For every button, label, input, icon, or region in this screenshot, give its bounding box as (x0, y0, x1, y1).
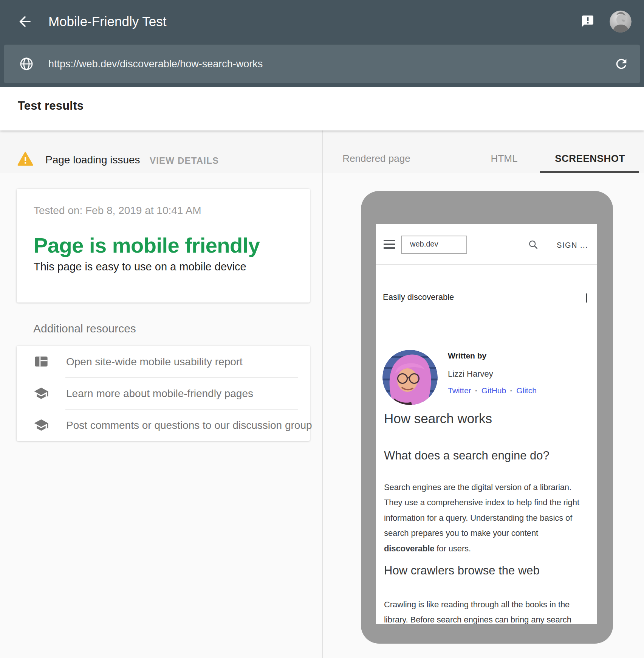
tab-html[interactable]: HTML (491, 153, 518, 164)
tested-on-timestamp: Tested on: Feb 8, 2019 at 10:41 AM (34, 205, 201, 217)
result-card: Tested on: Feb 8, 2019 at 10:41 AM Page … (17, 189, 310, 303)
section-paragraph-2: Crawling is like reading through all the… (384, 597, 588, 624)
section-paragraph-1: Search engines are the digital version o… (384, 480, 588, 556)
resource-label: Post comments or questions to our discus… (66, 419, 312, 431)
results-header: Test results (0, 87, 644, 130)
article-title: How search works (384, 411, 492, 426)
glitch-link: Glitch (516, 386, 537, 395)
view-details-link[interactable]: VIEW DETAILS (150, 155, 219, 166)
usability-report-icon (34, 354, 49, 369)
resource-usability-report[interactable]: Open site-wide mobile usability report (17, 346, 310, 377)
sign-in-label: SIGN ... (557, 241, 588, 250)
author-avatar (382, 350, 438, 405)
active-tab-underline (540, 171, 639, 173)
app-bar: Mobile-Friendly Test (0, 0, 644, 87)
account-avatar[interactable] (610, 11, 632, 33)
verdict-text: Page is mobile friendly (34, 232, 260, 259)
phone-mockup: web.dev SIGN ... Easily discoverable (361, 191, 613, 644)
mobile-friendly-test-app: Mobile-Friendly Test (0, 0, 644, 658)
screenshot-preview: web.dev SIGN ... Easily discoverable (376, 224, 597, 624)
url-bar[interactable]: https://web.dev/discoverable/how-search-… (4, 45, 640, 83)
refresh-icon (614, 56, 629, 71)
twitter-link: Twitter (448, 386, 471, 395)
resources-card: Open site-wide mobile usability report L… (17, 346, 310, 441)
panel-divider (322, 130, 323, 658)
tab-rendered-page[interactable]: Rendered page (342, 153, 410, 164)
warning-icon (17, 151, 34, 167)
back-button[interactable] (17, 13, 33, 30)
user-photo-icon (610, 11, 632, 33)
resource-label: Learn more about mobile-friendly pages (66, 388, 253, 400)
author-links: Twitter·GitHub·Glitch (448, 386, 537, 395)
resource-learn-more[interactable]: Learn more about mobile-friendly pages (17, 377, 310, 409)
breadcrumb: Easily discoverable (383, 292, 454, 302)
verdict-description: This page is easy to use on a mobile dev… (34, 261, 246, 273)
globe-icon (19, 56, 34, 71)
tab-screenshot[interactable]: SCREENSHOT (555, 153, 625, 164)
additional-resources-heading: Additional resources (33, 322, 136, 335)
bold-keyword: discoverable (384, 544, 434, 553)
app-title: Mobile-Friendly Test (48, 13, 167, 30)
feedback-button[interactable] (581, 14, 594, 28)
back-arrow-icon (17, 13, 33, 30)
author-name: Lizzi Harvey (448, 369, 493, 379)
hamburger-menu-icon (384, 240, 395, 250)
written-by-label: Written by (448, 351, 486, 360)
github-link: GitHub (481, 386, 506, 395)
section-heading-2: How crawlers browse the web (384, 564, 540, 577)
webdev-site-header: web.dev SIGN ... (376, 224, 597, 265)
site-search-value: web.dev (410, 240, 438, 248)
page-title: Test results (18, 99, 84, 113)
refresh-button[interactable] (614, 56, 629, 71)
url-input[interactable]: https://web.dev/discoverable/how-search-… (48, 58, 263, 70)
school-icon (34, 386, 49, 401)
school-icon (34, 417, 49, 433)
section-heading-1: What does a search engine do? (384, 449, 550, 462)
status-and-tabs-band: Page loading issues VIEW DETAILS Rendere… (0, 130, 644, 173)
resource-label: Open site-wide mobile usability report (66, 356, 243, 368)
feedback-icon (581, 14, 594, 28)
toc-bar-icon (586, 293, 587, 303)
site-search-box: web.dev (401, 236, 467, 254)
resource-discussion-group[interactable]: Post comments or questions to our discus… (17, 409, 310, 441)
page-loading-issues-label: Page loading issues (45, 154, 140, 166)
search-icon (528, 239, 539, 250)
